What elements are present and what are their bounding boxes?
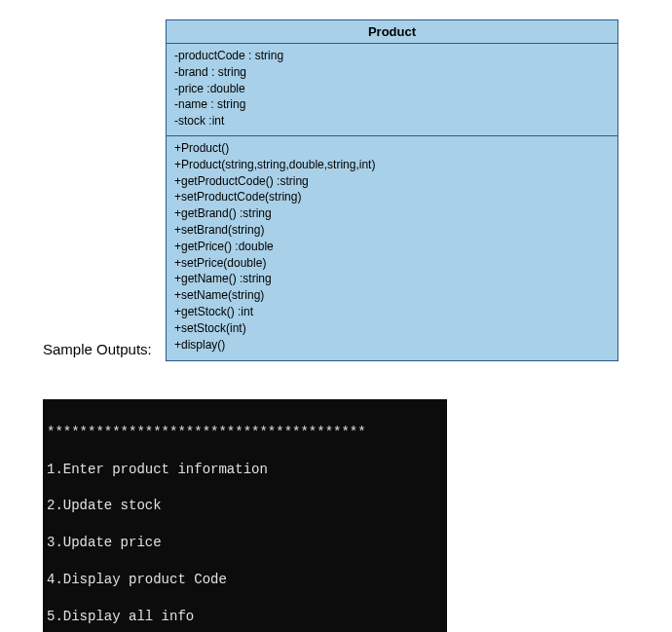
uml-attributes-section: -productCode : string -brand : string -p… xyxy=(167,44,617,136)
uml-attribute: -productCode : string xyxy=(174,48,610,64)
terminal-menu-item: 2.Update stock xyxy=(47,497,443,515)
terminal-divider: *************************************** xyxy=(47,424,443,442)
uml-class-product: Product -productCode : string -brand : s… xyxy=(166,19,618,361)
terminal-menu-item: 1.Enter product information xyxy=(47,461,443,479)
uml-method: +setBrand(string) xyxy=(174,222,610,239)
uml-attribute: -brand : string xyxy=(174,64,610,81)
uml-attribute: -name : string xyxy=(174,96,610,113)
uml-method: +getStock() :int xyxy=(174,304,610,320)
terminal-output: *************************************** … xyxy=(43,399,447,632)
uml-method: +getPrice() :double xyxy=(174,239,610,255)
uml-method: +setProductCode(string) xyxy=(174,189,610,205)
uml-method: +getName() :string xyxy=(174,271,610,287)
uml-method: +setStock(int) xyxy=(174,320,610,337)
uml-class-title: Product xyxy=(167,20,617,44)
uml-method: +getProductCode() :string xyxy=(174,173,610,190)
uml-attribute: -price :double xyxy=(174,81,610,97)
terminal-menu-item: 4.Display product Code xyxy=(47,571,443,589)
uml-method: +Product(string,string,double,string,int… xyxy=(174,157,610,173)
terminal-menu-item: 3.Update price xyxy=(47,534,443,552)
uml-attribute: -stock :int xyxy=(174,113,610,130)
sample-outputs-label: Sample Outputs: xyxy=(43,341,152,357)
uml-method: +setName(string) xyxy=(174,287,610,304)
terminal-menu-item: 5.Display all info xyxy=(47,608,443,626)
uml-methods-section: +Product() +Product(string,string,double… xyxy=(167,136,617,360)
uml-method: +setPrice(double) xyxy=(174,255,610,272)
uml-method: +Product() xyxy=(174,140,610,157)
uml-method: +getBrand() :string xyxy=(174,205,610,222)
uml-method: +display() xyxy=(174,337,610,353)
